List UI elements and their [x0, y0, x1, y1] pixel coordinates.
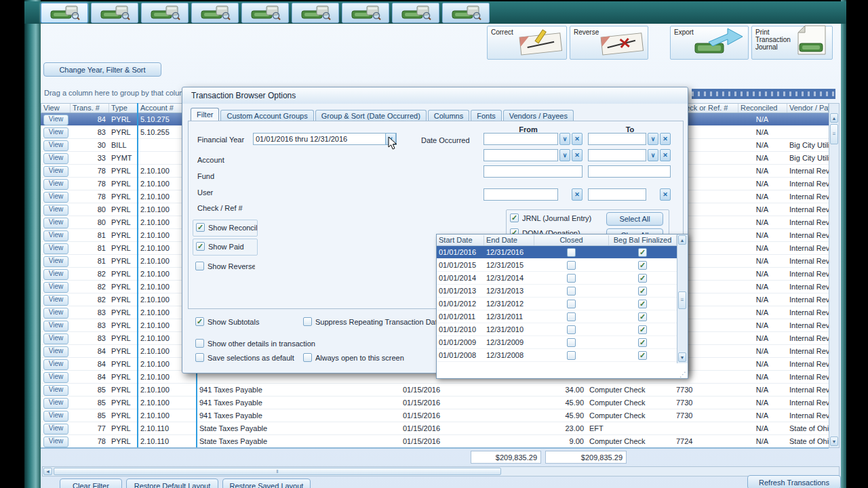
toolbar-button-transaction-browser[interactable]: [41, 3, 88, 23]
year-list-header-closed[interactable]: Closed: [534, 235, 609, 245]
year-list-header-beg-bal-finalized[interactable]: Beg Bal Finalized: [609, 235, 677, 245]
print-transaction-journal-button[interactable]: Print Transaction Journal: [751, 26, 833, 60]
view-button[interactable]: View: [43, 321, 68, 331]
show-reconciled-checkbox[interactable]: ✓: [196, 223, 205, 232]
toolbar-button-deposit[interactable]: [241, 3, 289, 23]
year-closed-checkbox[interactable]: [567, 312, 576, 321]
date-occurred-to-field[interactable]: [588, 133, 646, 145]
year-beg-bal-finalized-checkbox[interactable]: ✓: [638, 351, 647, 360]
year-list-row[interactable]: 01/01/200812/31/2008✓: [437, 349, 677, 362]
year-list-header-end-date[interactable]: End Date: [484, 235, 534, 245]
date-occurred-from-dropdown[interactable]: ∨: [559, 133, 570, 145]
date-occurred-from-clear[interactable]: ✕: [572, 133, 583, 145]
dropdown-resize-grip[interactable]: ⋰: [679, 371, 686, 378]
year-list-scroll-thumb[interactable]: ≡: [678, 291, 686, 309]
year-list-row[interactable]: 01/01/201012/31/2010✓: [437, 323, 677, 336]
view-button[interactable]: View: [43, 398, 68, 409]
column-header-type[interactable]: Type: [109, 104, 138, 113]
refresh-transactions-button[interactable]: Refresh Transactions: [747, 475, 841, 488]
view-button[interactable]: View: [43, 359, 68, 370]
table-row[interactable]: View85PYRL2.10.100941 Taxes Payable01/15…: [41, 396, 829, 409]
always-open-to-this-screen-checkbox[interactable]: [303, 353, 312, 362]
view-button[interactable]: View: [43, 127, 68, 138]
year-beg-bal-finalized-checkbox[interactable]: ✓: [638, 325, 647, 334]
year-list-row[interactable]: 01/01/201312/31/2013✓: [437, 285, 677, 298]
year-list-header-start-date[interactable]: Start Date: [437, 235, 484, 245]
show-paid-checkbox[interactable]: ✓: [196, 242, 205, 251]
table-horizontal-scrollbar[interactable]: ◄ ‖: [42, 466, 840, 476]
view-button[interactable]: View: [43, 269, 68, 280]
year-beg-bal-finalized-checkbox[interactable]: ✓: [638, 274, 647, 283]
view-button[interactable]: View: [43, 424, 68, 434]
year-beg-bal-finalized-checkbox[interactable]: ✓: [638, 261, 647, 270]
footer-button-clear-filter[interactable]: Clear Filter: [60, 479, 122, 488]
footer-button-restore-default-layout[interactable]: Restore Default Layout: [126, 479, 218, 488]
change-year-filter-sort-button[interactable]: Change Year, Filter & Sort: [43, 62, 161, 77]
year-closed-checkbox[interactable]: [567, 287, 576, 296]
date-occurred-to-dropdown[interactable]: ∨: [648, 133, 658, 145]
toolbar-button-cash[interactable]: [292, 3, 339, 23]
column-header-vendor[interactable]: Vendor / Payee: [787, 104, 829, 113]
view-button[interactable]: View: [43, 282, 68, 293]
date-occurred-to-clear[interactable]: ✕: [660, 133, 671, 145]
show-reversed-checkbox[interactable]: [195, 262, 204, 270]
year-beg-bal-finalized-checkbox[interactable]: ✓: [638, 312, 647, 321]
toolbar-button-checkbook[interactable]: [141, 3, 189, 23]
view-button[interactable]: View: [43, 192, 68, 203]
account-to-field[interactable]: [588, 149, 646, 161]
table-row[interactable]: View85PYRL2.10.100941 Taxes Payable01/15…: [41, 409, 829, 422]
table-row[interactable]: View85PYRL2.10.100941 Taxes Payable01/15…: [41, 384, 829, 396]
toolbar-button-undo-arrow[interactable]: [392, 3, 439, 23]
year-beg-bal-finalized-checkbox[interactable]: ✓: [638, 287, 647, 296]
view-button[interactable]: View: [43, 295, 68, 306]
fund-to-field[interactable]: [588, 165, 671, 178]
year-closed-checkbox[interactable]: [567, 338, 576, 347]
view-button[interactable]: View: [43, 218, 68, 228]
year-list-row[interactable]: 01/01/201612/31/2016✓: [437, 246, 677, 259]
hscroll-thumb[interactable]: ‖: [54, 468, 501, 475]
view-button[interactable]: View: [43, 333, 68, 344]
view-button[interactable]: View: [43, 243, 68, 254]
scroll-thumb[interactable]: ≡: [830, 124, 838, 144]
account-from-field[interactable]: [484, 149, 558, 161]
view-button[interactable]: View: [43, 179, 68, 190]
table-row[interactable]: View77PYRL2.10.110State Taxes Payable01/…: [41, 422, 829, 435]
view-button[interactable]: View: [43, 372, 68, 383]
suppress-repeating-transaction-data-checkbox[interactable]: [303, 317, 312, 326]
year-closed-checkbox[interactable]: [567, 248, 576, 257]
scroll-down-button[interactable]: ▼: [830, 436, 838, 446]
save-selections-as-default-checkbox[interactable]: [195, 353, 204, 362]
year-beg-bal-finalized-checkbox[interactable]: ✓: [638, 248, 647, 257]
table-vertical-scrollbar[interactable]: ▲ ≡ ▼: [829, 103, 840, 448]
year-list-scroll-down[interactable]: ▼: [678, 352, 686, 362]
financial-year-combobox[interactable]: 01/01/2016 thru 12/31/2016: [253, 133, 397, 145]
show-other-details-in-transaction-checkbox[interactable]: [195, 339, 204, 348]
view-button[interactable]: View: [43, 140, 68, 151]
view-button[interactable]: View: [43, 436, 68, 447]
fund-from-field[interactable]: [484, 165, 583, 178]
dialog-titlebar[interactable]: Transaction Browser Options: [182, 87, 688, 104]
year-closed-checkbox[interactable]: [567, 300, 576, 308]
view-button[interactable]: View: [43, 205, 68, 216]
year-list-row[interactable]: 01/01/201412/31/2014✓: [437, 272, 677, 285]
jrnl-checkbox[interactable]: ✓: [510, 214, 519, 222]
year-closed-checkbox[interactable]: [567, 325, 576, 334]
correct-button[interactable]: Correct: [487, 26, 567, 60]
table-row[interactable]: View78PYRL2.10.110State Taxes Payable01/…: [41, 435, 829, 448]
check-ref-to-field[interactable]: [588, 188, 646, 201]
scroll-up-button[interactable]: ▲: [830, 113, 838, 123]
view-button[interactable]: View: [43, 256, 68, 267]
year-list-scroll-up[interactable]: ▲: [678, 235, 686, 245]
footer-button-restore-saved-layout[interactable]: Restore Saved Layout: [222, 479, 311, 488]
account-to-dropdown[interactable]: ∨: [648, 149, 658, 161]
year-list-row[interactable]: 01/01/200912/31/2009✓: [437, 336, 677, 349]
year-list-row[interactable]: 01/01/201112/31/2011✓: [437, 310, 677, 323]
column-header-reconciled[interactable]: Reconciled: [738, 104, 787, 113]
year-beg-bal-finalized-checkbox[interactable]: ✓: [638, 300, 647, 308]
column-header-view[interactable]: View: [41, 104, 71, 113]
show-subtotals-checkbox[interactable]: ✓: [195, 317, 204, 326]
check-ref-from-field[interactable]: [484, 188, 558, 201]
toolbar-button-register[interactable]: [342, 3, 389, 23]
view-button[interactable]: View: [43, 346, 68, 357]
check-ref-from-clear[interactable]: ✕: [572, 188, 583, 201]
